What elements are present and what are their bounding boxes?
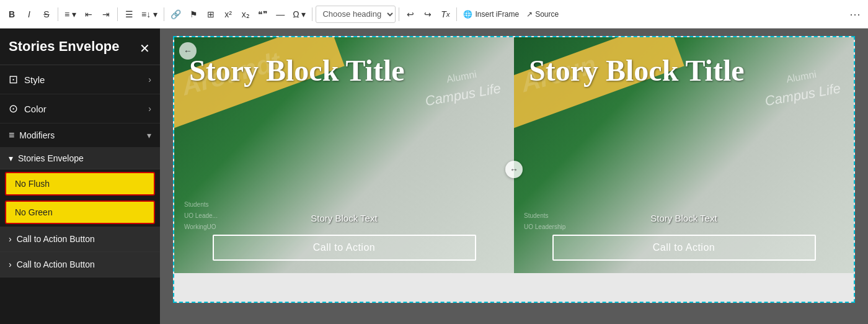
story-cta-1[interactable]: Call to Action bbox=[213, 235, 476, 261]
story-cta-2[interactable]: Call to Action bbox=[552, 235, 816, 261]
style-label: Style bbox=[24, 74, 45, 85]
stories-envelope-label: Stories Envelope bbox=[18, 153, 84, 163]
embed-button[interactable]: ⊞ bbox=[203, 6, 219, 23]
story-content-1: Story Block Title Story Block Text Call … bbox=[174, 37, 514, 273]
heading-select[interactable]: Choose heading H1 H2 H3 bbox=[316, 6, 396, 23]
cta-chevron-1: › bbox=[9, 234, 12, 244]
stories-envelope-chevron: ▾ bbox=[9, 153, 13, 163]
clear-format-button[interactable]: Tx bbox=[437, 6, 453, 23]
style-icon: ⊡ bbox=[9, 73, 18, 86]
strikethrough-button[interactable]: S bbox=[38, 6, 55, 23]
link-button[interactable]: 🔗 bbox=[167, 6, 184, 23]
modifiers-icon: ≡ bbox=[9, 130, 14, 141]
canvas-wrapper: ← Aroundt Alumni Campus Life Students UO… bbox=[173, 36, 855, 303]
sub-button[interactable]: x₂ bbox=[237, 6, 254, 23]
globe-icon: 🌐 bbox=[463, 10, 472, 19]
modifiers-chevron: ▾ bbox=[147, 130, 151, 140]
omega-button[interactable]: Ω ▾ bbox=[290, 6, 309, 23]
color-chevron: › bbox=[148, 104, 151, 114]
story-text-1: Story Block Text bbox=[311, 213, 377, 223]
quote-button[interactable]: ❝❞ bbox=[255, 6, 271, 23]
cta-button-2[interactable]: › Call to Action Button bbox=[0, 252, 160, 277]
undo-button[interactable]: ↩ bbox=[402, 6, 418, 23]
toolbar: B I S ≡ ▾ ⇤ ⇥ ☰ ≡↓ ▾ 🔗 ⚑ ⊞ x² x₂ ❝❞ — Ω … bbox=[0, 0, 868, 29]
indent-in-button[interactable]: ⇥ bbox=[98, 6, 114, 23]
no-flush-modifier[interactable]: No Flush bbox=[5, 172, 155, 196]
dash-button[interactable]: — bbox=[272, 6, 288, 23]
bold-button[interactable]: B bbox=[4, 6, 20, 23]
cta-button-1[interactable]: › Call to Action Button bbox=[0, 227, 160, 252]
color-icon: ⊙ bbox=[9, 102, 18, 115]
flag-button[interactable]: ⚑ bbox=[185, 6, 202, 23]
redo-button[interactable]: ↪ bbox=[420, 6, 436, 23]
stories-envelope-section[interactable]: ▾ Stories Envelope bbox=[0, 148, 160, 169]
story-card-2: Aroun Alumni Campus Life Students UO Lea… bbox=[514, 37, 854, 273]
modifiers-label: Modifiers bbox=[19, 130, 55, 140]
separator-6 bbox=[456, 7, 457, 21]
story-card-1: Aroundt Alumni Campus Life Students UO L… bbox=[174, 37, 514, 273]
story-content-2: Story Block Title Story Block Text Call … bbox=[514, 37, 854, 273]
source-button[interactable]: ↗ Source bbox=[523, 6, 562, 23]
sidebar-item-style[interactable]: ⊡ Style › bbox=[0, 65, 160, 94]
italic-button[interactable]: I bbox=[21, 6, 37, 23]
close-button[interactable]: ✕ bbox=[138, 40, 151, 57]
separator-4 bbox=[312, 7, 312, 21]
source-icon: ↗ bbox=[526, 10, 533, 19]
back-arrow-button[interactable]: ← bbox=[179, 42, 197, 60]
sup-button[interactable]: x² bbox=[220, 6, 236, 23]
list-ol-button[interactable]: ≡↓ ▾ bbox=[138, 6, 161, 23]
cta-label-1: Call to Action Button bbox=[17, 234, 95, 244]
separator-3 bbox=[164, 7, 164, 21]
main-area: Stories Envelope ✕ ⊡ Style › ⊙ Color › ≡… bbox=[0, 29, 868, 324]
separator-1 bbox=[58, 7, 58, 21]
insert-iframe-button[interactable]: 🌐 Insert iFrame bbox=[460, 6, 522, 23]
stories-grid: Aroundt Alumni Campus Life Students UO L… bbox=[174, 37, 854, 273]
sidebar-item-color[interactable]: ⊙ Color › bbox=[0, 94, 160, 124]
color-label: Color bbox=[24, 104, 46, 114]
sidebar-title: Stories Envelope bbox=[9, 38, 120, 55]
story-title-2: Story Block Title bbox=[529, 56, 745, 86]
list-ul-button[interactable]: ☰ bbox=[121, 6, 137, 23]
sidebar: Stories Envelope ✕ ⊡ Style › ⊙ Color › ≡… bbox=[0, 29, 160, 324]
content-area: ← Aroundt Alumni Campus Life Students UO… bbox=[160, 29, 868, 324]
indent-out-button[interactable]: ⇤ bbox=[81, 6, 97, 23]
story-text-2: Story Block Text bbox=[650, 213, 717, 223]
sidebar-header: Stories Envelope ✕ bbox=[0, 29, 160, 65]
modifiers-section[interactable]: ≡ Modifiers ▾ bbox=[0, 124, 160, 148]
separator-5 bbox=[399, 7, 399, 21]
cta-chevron-2: › bbox=[9, 259, 12, 269]
cta-label-2: Call to Action Button bbox=[17, 259, 95, 269]
style-chevron: › bbox=[148, 74, 151, 84]
separator-2 bbox=[117, 7, 118, 21]
align-button[interactable]: ≡ ▾ bbox=[61, 6, 79, 23]
divider-handle[interactable]: ↔ bbox=[505, 161, 523, 178]
story-title-1: Story Block Title bbox=[189, 56, 405, 86]
no-green-modifier[interactable]: No Green bbox=[5, 200, 155, 224]
more-button[interactable]: ⋯ bbox=[846, 6, 864, 22]
